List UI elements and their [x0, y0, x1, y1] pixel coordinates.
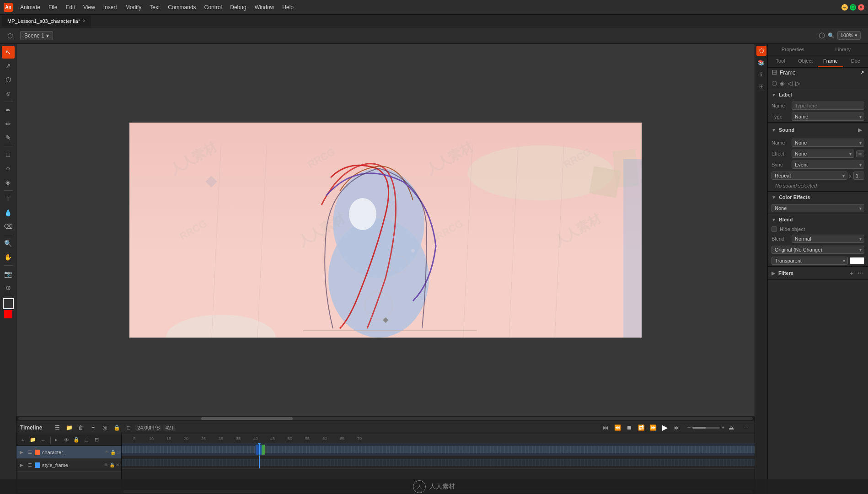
style-frame-track[interactable]: [122, 456, 755, 469]
zoom-selector[interactable]: 100% ▾: [837, 31, 861, 40]
loop-button[interactable]: 🔁: [636, 423, 646, 433]
blend-mode-select[interactable]: Normal: [792, 235, 864, 243]
scene-selector[interactable]: Scene 1 ▾: [20, 31, 53, 40]
motion-button[interactable]: ▸: [52, 435, 61, 445]
pencil-tool[interactable]: ✎: [2, 131, 15, 144]
menu-debug[interactable]: Debug: [226, 2, 250, 12]
paint-bucket-tool[interactable]: ◈: [2, 176, 15, 188]
eraser-tool[interactable]: ⌫: [2, 220, 15, 233]
repeat-count-input[interactable]: [853, 172, 864, 180]
canvas-scrollbar[interactable]: [16, 416, 755, 421]
properties-icon[interactable]: ⬡: [756, 46, 766, 56]
rectangle-tool[interactable]: □: [2, 148, 15, 161]
stage[interactable]: ◆ 人人素材 RRCG 人人素材 RRCG RRCG 人人素材 RRCG 人人素…: [16, 44, 755, 416]
layer-eye-icon-2[interactable]: 👁: [104, 462, 108, 467]
stop-button[interactable]: ⏹: [624, 423, 634, 433]
sound-name-select[interactable]: None: [792, 139, 864, 147]
add-motion-button[interactable]: +: [88, 423, 98, 433]
color-effects-header[interactable]: ▼ Color Effects: [768, 192, 868, 203]
blend-section-header[interactable]: ▼ Blend: [768, 214, 868, 225]
lock-button[interactable]: 🔒: [112, 423, 122, 433]
stroke-color[interactable]: [3, 298, 14, 309]
menu-modify[interactable]: Modify: [122, 2, 145, 12]
sub-tab-object[interactable]: Object: [793, 55, 818, 67]
delete-selected-layer-button[interactable]: –: [38, 435, 48, 445]
label-name-input[interactable]: [792, 102, 864, 110]
character-track[interactable]: [122, 443, 755, 456]
layer-expand-icon-2[interactable]: ▶: [18, 462, 25, 468]
sub-tab-tool[interactable]: Tool: [768, 55, 793, 67]
tab-library[interactable]: Library: [818, 44, 868, 55]
paste-in-place-button[interactable]: ⊟: [92, 435, 101, 445]
play-button[interactable]: ▶: [660, 423, 670, 433]
filters-add-button[interactable]: +: [848, 269, 855, 277]
oval-tool[interactable]: ○: [2, 162, 15, 175]
type-select[interactable]: Name: [792, 113, 864, 121]
menu-window[interactable]: Window: [251, 2, 278, 12]
tab-close-button[interactable]: ×: [83, 18, 86, 23]
frame-icon-3[interactable]: ◁: [788, 80, 793, 87]
color-effects-select[interactable]: None: [772, 204, 864, 212]
new-layer-button[interactable]: ☰: [52, 423, 62, 433]
frame-icon-1[interactable]: ⬡: [772, 80, 777, 87]
restore-button[interactable]: ❐: [850, 4, 856, 11]
view-options[interactable]: ⬡: [819, 31, 825, 40]
timeline-frames[interactable]: 5 10 15 20 25 30 35 40 45 50 55 60 65 70: [122, 434, 755, 489]
subselection-tool[interactable]: ↗: [2, 59, 15, 72]
layer-character[interactable]: ▶ ☰ character_ 👁 🔒 □: [16, 446, 121, 459]
pen-tool[interactable]: ✒: [2, 104, 15, 117]
menu-text[interactable]: Text: [146, 2, 163, 12]
sound-effect-select[interactable]: None: [792, 150, 854, 158]
bone-tool[interactable]: ⊕: [2, 281, 15, 294]
sound-edit-button[interactable]: ✏: [856, 150, 864, 157]
layer-lock-icon[interactable]: 🔒: [110, 450, 116, 455]
layer-lock-icon-2[interactable]: 🔒: [109, 462, 115, 467]
menu-animate[interactable]: Animate: [16, 2, 44, 12]
new-folder-button[interactable]: 📁: [64, 423, 74, 433]
layer-x-icon[interactable]: ✕: [116, 462, 119, 467]
add-layer-button[interactable]: +: [18, 435, 27, 445]
close-button[interactable]: ✕: [858, 4, 864, 11]
lasso-tool[interactable]: ⌾: [2, 87, 15, 100]
outline-button[interactable]: □: [123, 423, 134, 433]
menu-commands[interactable]: Commands: [164, 2, 199, 12]
solo-button[interactable]: ◎: [100, 423, 110, 433]
sub-tab-doc[interactable]: Doc: [843, 55, 868, 67]
delete-layer-button[interactable]: 🗑: [76, 423, 86, 433]
menu-edit[interactable]: Edit: [62, 2, 79, 12]
layer-style-frame[interactable]: ▶ ☰ style_frame 👁 🔒 ✕: [16, 459, 121, 472]
tools-panel-button[interactable]: ⬡: [4, 29, 16, 42]
text-tool[interactable]: T: [2, 193, 15, 205]
timeline-options-button[interactable]: ⛰: [726, 423, 736, 433]
brush-tool[interactable]: ✏: [2, 118, 15, 130]
go-to-end-button[interactable]: ⏭: [672, 423, 682, 433]
menu-control[interactable]: Control: [201, 2, 226, 12]
scrollbar-thumb[interactable]: [201, 417, 293, 420]
zoom-tool[interactable]: 🔍: [2, 237, 15, 250]
label-section-header[interactable]: ▼ Label: [768, 89, 868, 100]
align-icon[interactable]: ⊞: [756, 81, 766, 91]
sound-sync-select[interactable]: Event: [792, 161, 864, 169]
color-swatch[interactable]: [850, 257, 864, 264]
step-back-button[interactable]: ⏪: [612, 423, 622, 433]
frame-icon-2[interactable]: ◈: [780, 80, 785, 87]
selection-tool[interactable]: ↖: [2, 46, 15, 59]
add-layer-folder-button[interactable]: 📁: [28, 435, 38, 445]
hand-tool[interactable]: ✋: [2, 251, 15, 263]
layer-expand-icon[interactable]: ▶: [18, 449, 25, 456]
fill-color[interactable]: [4, 310, 12, 318]
menu-insert[interactable]: Insert: [100, 2, 121, 12]
render-select[interactable]: Original (No Change): [772, 246, 864, 254]
minimize-button[interactable]: ─: [841, 4, 848, 11]
timeline-scrollbar[interactable]: [16, 489, 755, 494]
lock-all-button[interactable]: 🔒: [72, 435, 81, 445]
sub-tab-frame[interactable]: Frame: [818, 55, 843, 67]
sound-play-button[interactable]: ▶: [855, 125, 864, 134]
library-icon[interactable]: 📚: [756, 58, 766, 68]
eyedropper-tool[interactable]: 💧: [2, 206, 15, 219]
document-tab[interactable]: MP_Lesson1_a03_character.fla* ×: [2, 16, 91, 27]
filters-options-button[interactable]: ⋯: [857, 269, 864, 277]
menu-file[interactable]: File: [45, 2, 61, 12]
sound-section-header[interactable]: ▼ Sound ▶: [768, 123, 868, 137]
go-to-start-button[interactable]: ⏮: [600, 423, 611, 433]
